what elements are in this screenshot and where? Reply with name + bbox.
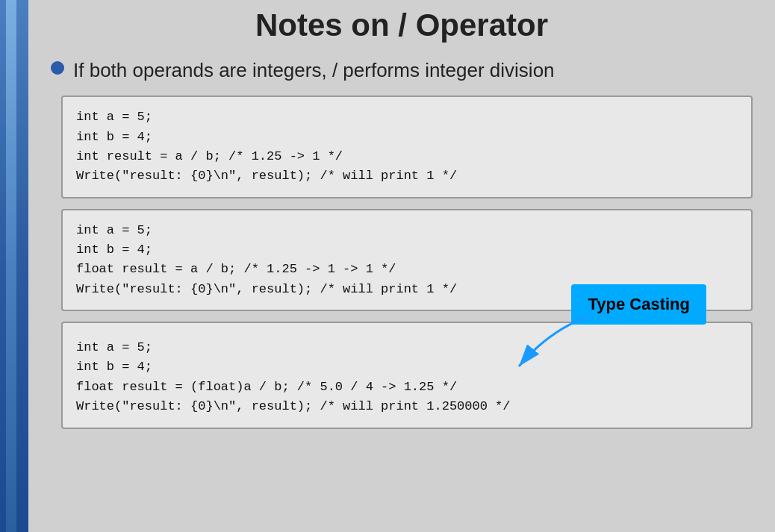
left-bar: [0, 0, 28, 532]
type-casting-annotation: Type Casting: [571, 284, 706, 325]
code-line-3-3: float result = (float)a / b; /* 5.0 / 4 …: [76, 378, 738, 397]
code-line-2-2: int b = 4;: [76, 240, 738, 260]
bullet-section: If both operands are integers, / perform…: [51, 57, 753, 84]
code-line-2-3: float result = a / b; /* 1.25 -> 1 -> 1 …: [76, 260, 738, 279]
left-bar-inner: [6, 0, 16, 532]
code-line-3-1: int a = 5;: [76, 338, 738, 357]
bullet-text: If both operands are integers, / perform…: [73, 57, 555, 84]
code-line-1-2: int b = 4;: [76, 128, 738, 147]
type-casting-arrow: [504, 316, 601, 372]
code-line-3-2: int b = 4;: [76, 357, 738, 377]
code-block-1: int a = 5; int b = 4; int result = a / b…: [61, 96, 753, 198]
code-line-3-4: Write("result: {0}\n", result); /* will …: [76, 397, 738, 416]
bullet-dot: [51, 61, 64, 75]
code-block-3: Type Casting int a = 5; int b = 4; float…: [61, 322, 753, 428]
page-title: Notes on / Operator: [51, 7, 753, 43]
code-line-1-1: int a = 5;: [76, 107, 738, 127]
main-content: Notes on / Operator If both operands are…: [28, 0, 775, 532]
code-line-2-1: int a = 5;: [76, 221, 738, 240]
code-line-1-3: int result = a / b; /* 1.25 -> 1 */: [76, 147, 738, 166]
code-line-1-4: Write("result: {0}\n", result); /* will …: [76, 166, 738, 186]
